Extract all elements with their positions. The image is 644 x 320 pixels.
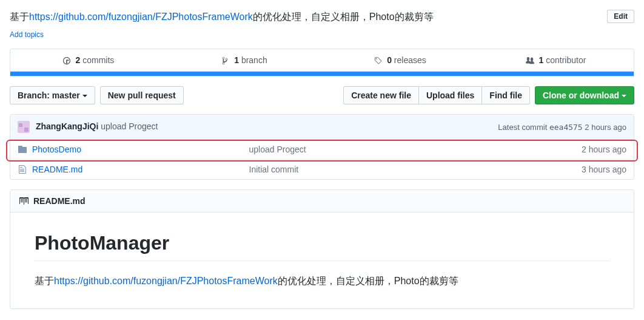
commits-stat[interactable]: 2 commits — [10, 49, 166, 71]
file-link[interactable]: PhotosDemo — [32, 145, 81, 154]
book-icon — [19, 196, 29, 206]
readme-paragraph: 基于https://github.com/fuzongjian/FZJPhoto… — [35, 273, 609, 289]
latest-commit-row: ZhangKangJiQi upload Progect Latest comm… — [10, 115, 634, 140]
people-icon — [526, 56, 534, 65]
create-new-file-button[interactable]: Create new file — [343, 86, 419, 104]
clone-download-button[interactable]: Clone or download — [535, 86, 634, 104]
commit-message[interactable]: upload Progect — [101, 121, 158, 131]
file-list-box: ZhangKangJiQi upload Progect Latest comm… — [10, 114, 634, 180]
file-commit-message[interactable]: upload Progect — [249, 145, 582, 154]
branch-selector-button[interactable]: Branch: master — [10, 86, 95, 104]
readme-title: PhotoManager — [35, 232, 609, 261]
repo-description: 基于https://github.com/fuzongjian/FZJPhoto… — [10, 10, 434, 24]
branch-icon — [221, 56, 229, 65]
new-pull-request-button[interactable]: New pull request — [100, 86, 184, 104]
repo-stats-bar: 2 commits 1 branch 0 releases 1 contribu… — [10, 49, 634, 72]
find-file-button[interactable]: Find file — [481, 86, 530, 104]
commit-time: 2 hours ago — [585, 123, 626, 132]
readme-link[interactable]: https://github.com/fuzongjian/FZJPhotosF… — [54, 276, 278, 286]
readme-header: README.md — [10, 190, 634, 213]
table-row: README.md Initial commit 3 hours ago — [10, 160, 634, 179]
branches-stat[interactable]: 1 branch — [166, 49, 322, 71]
history-icon — [62, 56, 71, 65]
caret-down-icon — [82, 95, 87, 97]
description-link[interactable]: https://github.com/fuzongjian/FZJPhotosF… — [29, 12, 253, 22]
table-row: PhotosDemo upload Progect 2 hours ago — [10, 140, 634, 160]
caret-down-icon — [622, 95, 626, 97]
file-time: 3 hours ago — [582, 165, 626, 174]
file-text-icon — [18, 165, 27, 174]
upload-files-button[interactable]: Upload files — [418, 86, 482, 104]
commit-author[interactable]: ZhangKangJiQi — [36, 121, 98, 131]
edit-description-button[interactable]: Edit — [607, 10, 634, 23]
commit-sha-link[interactable]: eea4575 — [549, 123, 583, 132]
readme-box: README.md PhotoManager 基于https://github.… — [10, 189, 634, 309]
contributors-stat[interactable]: 1 contributor — [478, 49, 634, 71]
tag-icon — [374, 56, 382, 65]
releases-stat[interactable]: 0 releases — [322, 49, 478, 71]
file-time: 2 hours ago — [582, 145, 626, 154]
file-commit-message[interactable]: Initial commit — [249, 165, 582, 174]
add-topics-link[interactable]: Add topics — [10, 30, 44, 39]
avatar[interactable] — [18, 121, 30, 133]
folder-icon — [18, 145, 27, 154]
language-bar[interactable] — [10, 72, 634, 77]
file-link[interactable]: README.md — [32, 165, 82, 174]
